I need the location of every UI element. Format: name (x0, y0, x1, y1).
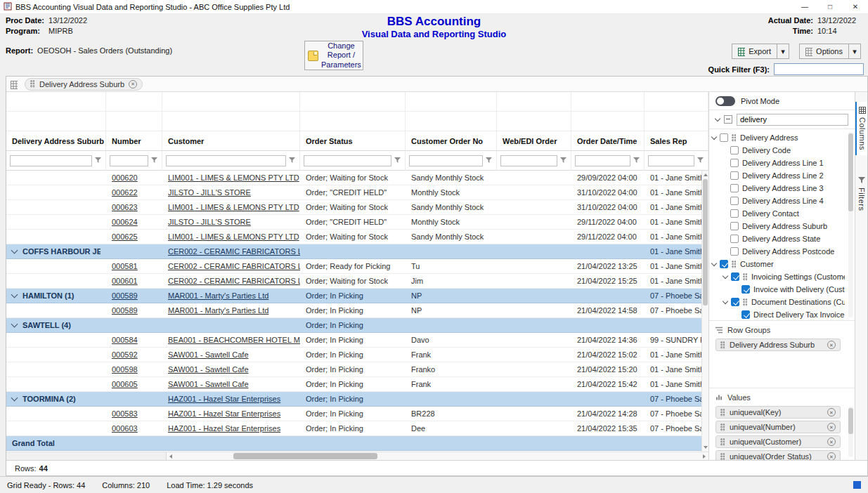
quick-filter-input[interactable] (774, 63, 864, 75)
scroll-left-arrow[interactable] (169, 454, 172, 459)
column-header[interactable]: Number (106, 131, 162, 151)
hscroll-thumb[interactable] (233, 453, 377, 459)
chevron-down-icon[interactable] (11, 291, 18, 298)
number-cell[interactable]: 000620 (106, 171, 162, 185)
values-scroll-thumb[interactable] (848, 408, 853, 434)
column-checkbox[interactable] (720, 133, 728, 142)
column-checkbox[interactable] (730, 222, 739, 230)
number-cell[interactable]: 000605 (106, 377, 162, 391)
vertical-scrollbar[interactable] (701, 171, 708, 452)
customer-cell[interactable]: MAR001 - Marty's Parties Ltd (162, 289, 300, 303)
number-cell[interactable]: 000584 (106, 333, 162, 347)
chevron-down-icon[interactable] (711, 261, 717, 266)
number-cell[interactable]: 000625 (106, 230, 162, 244)
chevron-down-icon[interactable] (723, 298, 728, 304)
table-row[interactable]: 000620LIM001 - LIMES & LEMONS PTY LTDOrd… (6, 171, 701, 185)
column-chip[interactable]: uniqueval(Customer)✕ (715, 435, 841, 448)
grand-total-row[interactable]: Grand Total (6, 436, 701, 451)
column-checkbox[interactable] (741, 310, 750, 319)
column-tree-item[interactable]: Delivery Address State (709, 232, 855, 245)
table-row[interactable]: 000584BEA001 - BEACHCOMBER HOTEL MOTELOr… (6, 333, 701, 348)
filter-funnel-icon[interactable] (486, 157, 493, 164)
table-row[interactable]: 000601CER002 - CERAMIC FABRICATORS LTDOr… (6, 274, 701, 289)
filter-funnel-icon[interactable] (697, 157, 704, 164)
options-dropdown-button[interactable]: ▾ (849, 44, 861, 59)
remove-icon[interactable]: ✕ (827, 423, 836, 431)
number-cell[interactable]: 000598 (106, 362, 162, 376)
pivot-mode-toggle[interactable] (715, 96, 735, 106)
maximize-button[interactable]: □ (817, 0, 843, 13)
filter-input[interactable] (10, 155, 92, 166)
customer-cell[interactable]: LIM001 - LIMES & LEMONS PTY LTD (162, 200, 300, 214)
minimize-button[interactable]: — (792, 0, 817, 13)
column-tree-item[interactable]: Delivery Address Postcode (709, 245, 855, 258)
number-cell[interactable]: 000601 (106, 274, 162, 288)
filter-funnel-icon[interactable] (633, 157, 640, 164)
column-chip[interactable]: Delivery Address Suburb✕ (715, 338, 841, 351)
table-row[interactable]: 000625LIM001 - LIMES & LEMONS PTY LTDOrd… (6, 230, 701, 244)
number-cell[interactable]: 000583 (106, 407, 162, 421)
customer-cell[interactable]: BEA001 - BEACHCOMBER HOTEL MOTEL (162, 333, 300, 347)
remove-icon[interactable]: ✕ (827, 341, 836, 349)
column-tree-item[interactable]: Delivery Address Line 1 (709, 157, 855, 169)
customer-cell[interactable]: LIM001 - LIMES & LEMONS PTY LTD (162, 230, 300, 244)
column-tree-item[interactable]: Delivery Contact (709, 207, 855, 220)
scroll-down-arrow[interactable] (704, 446, 708, 449)
filter-input[interactable] (110, 155, 148, 166)
filter-funnel-icon[interactable] (289, 157, 296, 164)
chevron-down-icon[interactable] (11, 247, 18, 254)
customer-cell[interactable]: HAZ001 - Hazel Star Enterprises (162, 392, 300, 406)
number-cell[interactable]: 000592 (106, 348, 162, 362)
column-tree-item[interactable]: Document Destinations (Customer) (709, 296, 855, 308)
filter-funnel-icon[interactable] (394, 157, 401, 164)
column-tree-item[interactable]: Delivery Address (709, 131, 855, 144)
grid-menu-icon[interactable] (11, 81, 18, 88)
remove-icon[interactable]: ✕ (129, 80, 137, 88)
horizontal-scrollbar[interactable] (6, 452, 708, 460)
number-cell[interactable]: 000623 (106, 200, 162, 214)
customer-cell[interactable]: HAZ001 - Hazel Star Enterprises (162, 407, 300, 421)
column-search-input[interactable] (737, 114, 848, 126)
export-dropdown-button[interactable]: ▾ (777, 44, 789, 59)
column-header[interactable]: Delivery Address Suburb (6, 131, 106, 151)
customer-cell[interactable]: SAW001 - Sawtell Cafe (162, 377, 300, 391)
filter-input[interactable] (304, 155, 391, 166)
column-chip[interactable]: uniqueval(Key)✕ (715, 406, 841, 419)
export-button[interactable]: Export (732, 44, 777, 59)
column-checkbox[interactable] (730, 146, 739, 155)
column-checkbox[interactable] (730, 171, 739, 180)
close-button[interactable]: ✕ (843, 0, 868, 13)
chevron-down-icon[interactable] (11, 395, 18, 402)
column-checkbox[interactable] (730, 247, 739, 256)
column-checkbox[interactable] (720, 260, 728, 268)
group-row[interactable]: SAWTELL (4)Order; In Picking (6, 318, 701, 333)
vscroll-thumb[interactable] (703, 179, 708, 305)
table-row[interactable]: 000603HAZ001 - Hazel Star EnterprisesOrd… (6, 421, 701, 436)
chevron-down-icon[interactable] (723, 273, 728, 279)
chevron-down-icon[interactable] (711, 134, 717, 140)
filter-input[interactable] (166, 155, 286, 166)
tree-scrollbar[interactable] (848, 132, 853, 317)
filter-input[interactable] (409, 155, 483, 166)
column-chip[interactable]: uniqueval(Order Status)✕ (715, 450, 841, 460)
column-tree-item[interactable]: Customer (709, 258, 855, 270)
customer-cell[interactable]: LIM001 - LIMES & LEMONS PTY LTD (162, 171, 300, 185)
group-row[interactable]: COFFS HARBOUR JETTY (2)CER002 - CERAMIC … (6, 244, 701, 259)
group-row[interactable]: HAMILTON (1)000589MAR001 - Marty's Parti… (6, 289, 701, 303)
table-row[interactable]: 000624JILSTO - JILL'S STOREOrder; "CREDI… (6, 215, 701, 230)
column-checkbox[interactable] (730, 209, 739, 218)
chevron-down-icon[interactable] (715, 116, 720, 121)
values-scrollbar[interactable] (848, 407, 853, 457)
remove-icon[interactable]: ✕ (827, 408, 836, 416)
tree-scroll-thumb[interactable] (848, 133, 853, 211)
tab-columns[interactable]: Columns (855, 102, 867, 155)
column-tree-item[interactable]: Delivery Code (709, 144, 855, 157)
remove-icon[interactable]: ✕ (827, 438, 836, 446)
column-checkbox[interactable] (730, 235, 739, 243)
column-checkbox[interactable] (741, 285, 750, 294)
column-tree-item[interactable]: Delivery Address Line 3 (709, 182, 855, 195)
table-row[interactable]: 000623LIM001 - LIMES & LEMONS PTY LTDOrd… (6, 200, 701, 215)
filter-input[interactable] (575, 155, 630, 166)
column-checkbox[interactable] (731, 298, 739, 306)
group-row[interactable]: TOORMINA (2)HAZ001 - Hazel Star Enterpri… (6, 392, 701, 407)
